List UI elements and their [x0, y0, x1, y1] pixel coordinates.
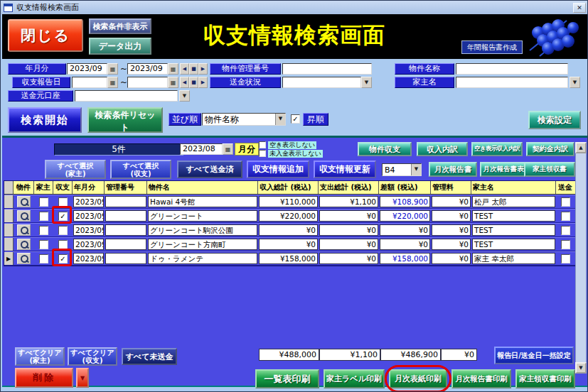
cell-expense[interactable]: ¥0 — [319, 239, 378, 250]
magnifier-icon[interactable] — [17, 253, 31, 264]
cell-property-name[interactable]: Hawai 4号館 — [148, 196, 257, 207]
year-month-to-input[interactable]: 2023/09 — [127, 63, 168, 75]
cell-expense[interactable]: ¥0 — [319, 210, 378, 222]
print-owner-label-button[interactable]: 家主ラベル印刷 — [324, 369, 385, 388]
cell-yearmonth[interactable]: 2023/09 — [73, 253, 104, 264]
sort-order-select[interactable]: 物件名称 ▼ — [202, 113, 286, 126]
next-record-button[interactable]: ▶ — [198, 77, 208, 88]
year-month-from-input[interactable]: 2023/09 — [67, 63, 107, 75]
remit-checkbox[interactable] — [561, 212, 570, 221]
cell-difference[interactable]: ¥220,000 — [380, 210, 430, 222]
cell-expense[interactable]: ¥1,100 — [319, 196, 378, 207]
magnifier-icon[interactable] — [17, 210, 31, 222]
chevron-down-icon[interactable]: ▼ — [570, 77, 580, 88]
delete-dropdown-icon[interactable]: ▼ — [76, 368, 89, 388]
report-date-to-input[interactable] — [127, 77, 168, 88]
owner-receipt-button[interactable]: 家主領収書 — [524, 162, 575, 177]
prev-record-button[interactable]: ◀ — [180, 63, 189, 75]
cell-yearmonth[interactable]: 2023/09 — [73, 196, 104, 207]
balance-checkbox[interactable] — [58, 240, 68, 249]
cell-income[interactable]: ¥220,000 — [259, 210, 318, 222]
remit-checkbox[interactable] — [561, 240, 570, 249]
hide-search-conditions-button[interactable]: 検索条件非表示 — [89, 18, 151, 34]
property-no-input[interactable] — [282, 63, 372, 75]
cell-mgmt-no[interactable] — [105, 239, 146, 250]
select-all-owner-button[interactable]: すべて選択 (家主) — [45, 160, 106, 179]
calendar-icon[interactable]: ▦ — [223, 143, 233, 155]
magnifier-icon[interactable] — [17, 224, 31, 236]
vertical-scrollbar[interactable] — [575, 142, 587, 374]
cell-expense[interactable]: ¥0 — [319, 253, 378, 264]
cell-difference[interactable]: ¥0 — [380, 239, 430, 250]
balance-checkbox[interactable] — [58, 197, 68, 207]
print-monthly-report-button[interactable]: 月次報告書印刷 — [451, 369, 511, 388]
monthly-report-button[interactable]: 月次報告書 — [429, 162, 477, 177]
cell-property-name[interactable]: グリーンコート — [148, 210, 257, 222]
cell-income[interactable]: ¥0 — [259, 239, 318, 250]
print-list-button[interactable]: 一覧表印刷 — [255, 369, 319, 388]
cell-mgmt-no[interactable] — [105, 210, 146, 222]
cell-mgmt-fee[interactable]: ¥0 — [432, 224, 471, 236]
cell-owner-name[interactable]: TEST — [472, 224, 555, 236]
calendar-icon[interactable]: ▦ — [168, 77, 178, 88]
search-start-button[interactable]: 検索開始 — [8, 107, 82, 133]
cell-mgmt-fee[interactable]: ¥0 — [432, 253, 471, 264]
clear-all-owner-button[interactable]: すべてクリア (家主) — [15, 347, 65, 366]
cell-yearmonth[interactable]: 2023/09 — [73, 239, 104, 250]
annual-report-button[interactable]: 年間報告書作成 — [461, 40, 523, 54]
select-all-balance-button[interactable]: すべて選択 (収支) — [110, 160, 171, 179]
prev-record-button[interactable]: ◀ — [180, 77, 189, 88]
cell-property-name[interactable]: グリーンコート駒沢公園 — [148, 224, 257, 236]
cell-yearmonth[interactable]: 2023/09 — [73, 210, 104, 222]
cell-difference[interactable]: ¥0 — [380, 224, 430, 236]
scroll-down-icon[interactable]: ▼ — [575, 362, 587, 374]
cell-yearmonth[interactable]: 2023/09 — [73, 224, 104, 236]
owner-name-input[interactable] — [456, 77, 568, 88]
owner-checkbox[interactable] — [39, 254, 48, 263]
cell-income[interactable]: ¥0 — [259, 224, 318, 236]
cell-owner-name[interactable]: TEST — [472, 239, 555, 250]
owner-checkbox[interactable] — [39, 197, 48, 207]
chevron-down-icon[interactable]: ▼ — [361, 77, 372, 88]
calendar-icon[interactable]: ▦ — [107, 63, 118, 75]
income-detail-button[interactable]: 収入内訳 — [417, 142, 468, 156]
cell-mgmt-fee[interactable]: ¥0 — [432, 196, 471, 207]
cell-property-name[interactable]: ドゥ・ラメンテ — [148, 253, 257, 264]
remit-account-select[interactable] — [75, 90, 178, 102]
cell-owner-name[interactable]: 松戸 太郎 — [472, 196, 555, 207]
property-balance-button[interactable]: 物件収支 — [358, 142, 412, 156]
paper-size-select[interactable]: B4 ▼ — [382, 163, 422, 176]
magnifier-icon[interactable] — [17, 196, 31, 207]
record-selector[interactable] — [4, 195, 14, 208]
data-output-button[interactable]: データ出力 — [89, 38, 151, 55]
cell-mgmt-fee[interactable]: ¥0 — [432, 239, 471, 250]
all-unremitted-button[interactable]: すべて未送金 — [122, 348, 177, 365]
ascending-checkbox[interactable]: ✓ — [291, 114, 300, 124]
owner-checkbox[interactable] — [39, 226, 48, 235]
cell-mgmt-no[interactable] — [105, 196, 146, 207]
remit-checkbox[interactable] — [561, 226, 570, 235]
balance-checkbox[interactable] — [58, 226, 68, 235]
stop-record-button[interactable]: ■ — [189, 63, 198, 75]
record-selector[interactable] — [4, 224, 14, 236]
print-owner-receipt-button[interactable]: 家主領収書印刷 — [515, 369, 575, 388]
record-selector[interactable]: ▶ — [4, 252, 14, 265]
cell-mgmt-no[interactable] — [105, 253, 146, 264]
cell-difference[interactable]: ¥158,000 — [380, 253, 430, 264]
cell-owner-name[interactable]: 家主 幸太郎 — [472, 253, 555, 264]
cell-difference[interactable]: ¥108,900 — [380, 196, 430, 207]
close-button[interactable]: 閉じる — [8, 19, 83, 52]
chevron-down-icon[interactable]: ▼ — [179, 90, 190, 102]
remit-status-select[interactable] — [282, 77, 361, 88]
property-name-input[interactable] — [456, 63, 568, 75]
hide-unpaid-checkbox[interactable] — [259, 150, 266, 157]
scroll-up-icon[interactable]: ▲ — [575, 142, 587, 153]
record-selector[interactable] — [4, 209, 14, 222]
next-record-button[interactable]: ▶ — [198, 63, 208, 75]
window-close-icon[interactable]: ✕ — [573, 3, 586, 13]
delete-button[interactable]: 削除 — [15, 368, 73, 388]
hide-vacancy-checkbox[interactable] — [259, 141, 266, 148]
remit-checkbox[interactable] — [561, 197, 570, 207]
clear-all-balance-button[interactable]: すべてクリア (収支) — [68, 347, 117, 366]
vacancy-income-detail-button[interactable]: 空き表示収入内訳 — [471, 142, 523, 156]
